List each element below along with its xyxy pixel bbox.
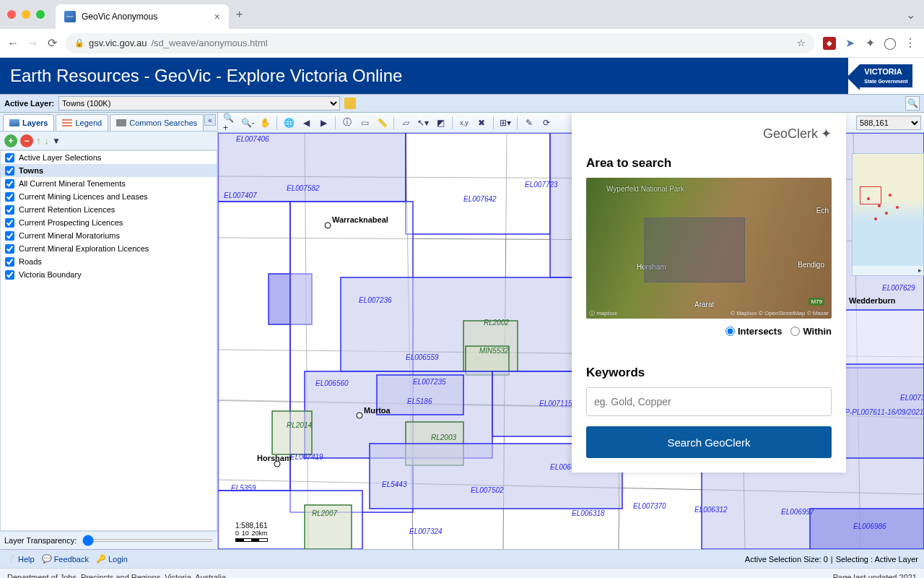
radio-intersects[interactable]: Intersects <box>725 326 782 337</box>
collapse-panel-button[interactable]: « <box>204 114 216 126</box>
select-rect-icon[interactable]: ▱ <box>398 115 414 131</box>
layer-checkbox[interactable] <box>5 205 14 215</box>
measure-icon[interactable]: 📏 <box>374 115 390 131</box>
login-link[interactable]: 🔑Login <box>96 554 128 564</box>
layer-checkbox[interactable] <box>5 192 14 202</box>
table-icon[interactable]: ⊞▾ <box>497 115 513 131</box>
profile-icon[interactable]: ◯ <box>884 37 897 50</box>
search-button[interactable]: 🔍 <box>905 96 920 111</box>
layer-item[interactable]: Current Mining Licences and Leases <box>1 190 217 203</box>
layer-item[interactable]: Current Prospecting Licences <box>1 216 217 229</box>
layer-item[interactable]: Current Mineral Exploration Licences <box>1 242 217 255</box>
svg-rect-7 <box>341 277 579 371</box>
victoria-logo: VICTORIA State Government <box>848 58 924 94</box>
help-link[interactable]: ❔Help <box>6 554 35 564</box>
layer-item[interactable]: Active Layer Selections <box>1 151 217 164</box>
footer-bar: Department of Jobs, Precincts and Region… <box>0 568 924 578</box>
tab-layers[interactable]: Layers <box>3 114 54 131</box>
layer-item[interactable]: Current Mineral Moratoriums <box>1 229 217 242</box>
tab-common-searches[interactable]: Common Searches <box>110 114 204 131</box>
minimize-window-icon[interactable] <box>22 10 30 19</box>
close-window-icon[interactable] <box>7 10 16 19</box>
new-tab-button[interactable]: + <box>236 8 243 21</box>
key-icon: 🔑 <box>96 554 106 564</box>
menu-icon[interactable]: ⋮ <box>904 37 917 50</box>
layer-checkbox[interactable] <box>5 179 14 189</box>
layer-item[interactable]: Victoria Boundary <box>1 268 217 281</box>
layer-item[interactable]: Towns <box>1 164 217 177</box>
town-wedderburn: Wedderburn <box>849 296 896 305</box>
layer-menu-button[interactable]: ▼ <box>52 136 61 146</box>
chevron-down-icon[interactable]: ⌄ <box>906 8 915 22</box>
zoom-next-icon[interactable]: ▶ <box>315 115 331 131</box>
layer-checkbox[interactable] <box>5 218 14 228</box>
keywords-input[interactable] <box>586 387 832 416</box>
transparency-slider[interactable] <box>82 539 213 542</box>
browser-tab[interactable]: 〰 GeoVic Anonymous × <box>56 4 229 29</box>
svg-text:EL007236: EL007236 <box>359 296 392 304</box>
layer-checkbox[interactable] <box>5 166 14 176</box>
geoclerk-logo: GeoClerk ✦ <box>763 126 832 142</box>
zoom-in-icon[interactable]: 🔍+ <box>222 115 238 131</box>
layer-item[interactable]: Roads <box>1 255 217 268</box>
info-icon[interactable]: ⓘ <box>339 115 355 131</box>
layers-panel: « Layers Legend Common Searches + − ↑ ↓ … <box>0 113 218 549</box>
searches-icon <box>116 119 126 126</box>
layer-label: Active Layer Selections <box>19 153 101 162</box>
tab-legend[interactable]: Legend <box>56 114 108 131</box>
zoom-out-icon[interactable]: 🔍- <box>240 115 256 131</box>
extensions-icon[interactable]: ✦ <box>863 37 876 50</box>
layer-checkbox[interactable] <box>5 153 14 163</box>
pencil-icon[interactable]: ✎ <box>521 115 537 131</box>
layer-checkbox[interactable] <box>5 244 14 254</box>
maximize-window-icon[interactable] <box>36 10 45 19</box>
clerk-selection-box[interactable] <box>644 217 745 282</box>
zoom-prev-icon[interactable]: ◀ <box>298 115 314 131</box>
select-arrow-icon[interactable]: ↖▾ <box>415 115 431 131</box>
back-button[interactable]: ← <box>7 37 19 50</box>
move-up-button[interactable]: ↑ <box>36 135 41 147</box>
radio-within[interactable]: Within <box>790 326 832 337</box>
star-icon[interactable]: ☆ <box>797 38 806 48</box>
address-bar[interactable]: 🔒 gsv.vic.gov.au/sd_weave/anonymous.html… <box>66 33 814 53</box>
clerk-area-map[interactable]: Wyperfeld National Park Horsham Bendigo … <box>586 178 832 319</box>
window-controls <box>7 10 45 19</box>
active-layer-select[interactable]: Towns (100K) <box>58 96 340 111</box>
area-heading: Area to search <box>586 156 832 171</box>
ublock-icon[interactable]: ◆ <box>823 37 836 50</box>
svg-text:EL006986: EL006986 <box>853 522 886 530</box>
xy-icon[interactable]: x,y <box>456 115 472 131</box>
remove-layer-button[interactable]: − <box>20 134 33 147</box>
world-icon[interactable]: 🌐 <box>281 115 297 131</box>
overview-map[interactable]: ▸ <box>852 153 924 276</box>
select-poly-icon[interactable]: ◩ <box>432 115 448 131</box>
layer-label: Current Prospecting Licences <box>19 218 123 227</box>
feedback-link[interactable]: 💬Feedback <box>42 554 89 564</box>
active-layer-bar: Active Layer: Towns (100K) 🔍 <box>0 94 924 113</box>
coord-display[interactable]: 588,161 <box>856 116 921 130</box>
panel-tabs: Layers Legend Common Searches <box>0 113 217 131</box>
move-down-button[interactable]: ↓ <box>44 135 49 147</box>
cursor-ext-icon[interactable]: ➤ <box>843 37 856 50</box>
pan-icon[interactable]: ✋ <box>257 115 273 131</box>
svg-text:EL006997: EL006997 <box>781 508 814 516</box>
add-layer-button[interactable]: + <box>4 134 17 147</box>
search-geoclerk-button[interactable]: Search GeoClerk <box>586 426 832 458</box>
RL2014 <box>272 411 312 454</box>
layer-checkbox[interactable] <box>5 257 14 267</box>
layer-item[interactable]: Current Retention Licences <box>1 203 217 216</box>
svg-text:EL006318: EL006318 <box>572 509 605 517</box>
layer-checkbox[interactable] <box>5 270 14 280</box>
tab-close-icon[interactable]: × <box>214 11 220 22</box>
refresh-icon[interactable]: ⟳ <box>539 115 554 131</box>
identify-icon[interactable]: ▭ <box>357 115 372 131</box>
clear-icon[interactable]: ✖ <box>474 115 489 131</box>
town-horsham: Horsham <box>257 454 292 462</box>
svg-text:MIN5532: MIN5532 <box>479 347 509 355</box>
layer-checkbox[interactable] <box>5 231 14 241</box>
edit-icon[interactable] <box>344 98 356 109</box>
layer-item[interactable]: All Current Mineral Tenements <box>1 177 217 190</box>
svg-text:EL006559: EL006559 <box>406 353 439 361</box>
reload-button[interactable]: ⟳ <box>48 36 57 50</box>
inset-toggle-icon[interactable]: ▸ <box>918 267 922 274</box>
